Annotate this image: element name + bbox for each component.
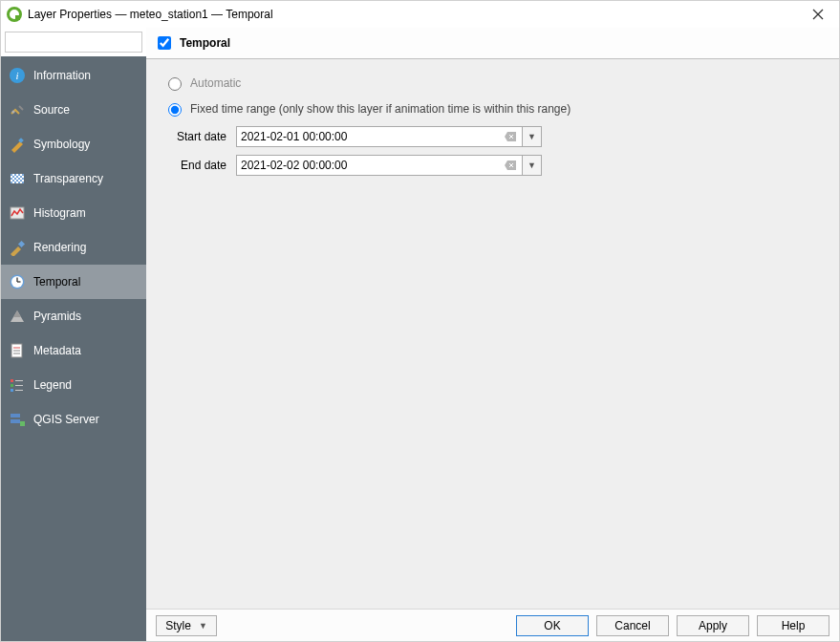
- metadata-icon: [9, 342, 26, 359]
- end-date-input[interactable]: [241, 159, 503, 172]
- titlebar: Layer Properties — meteo_station1 — Temp…: [1, 1, 839, 28]
- svg-rect-28: [11, 389, 13, 392]
- sidebar-item-qgisserver[interactable]: QGIS Server: [1, 402, 146, 437]
- start-date-input[interactable]: [241, 130, 503, 143]
- start-date-clear-button[interactable]: [503, 132, 518, 141]
- sidebar-search[interactable]: [5, 32, 142, 53]
- sidebar-item-information[interactable]: i Information: [1, 58, 146, 93]
- help-button-label: Help: [782, 619, 806, 632]
- window-title: Layer Properties — meteo_station1 — Temp…: [28, 8, 803, 21]
- mode-fixed-row[interactable]: Fixed time range (only show this layer i…: [163, 100, 822, 117]
- svg-marker-21: [13, 310, 21, 317]
- close-button[interactable]: [803, 3, 833, 26]
- sidebar-item-label: Pyramids: [33, 310, 81, 323]
- svg-rect-34: [20, 421, 25, 426]
- layer-properties-window: Layer Properties — meteo_station1 — Temp…: [0, 0, 840, 642]
- panel-header: Temporal: [146, 28, 839, 59]
- mode-automatic-row[interactable]: Automatic: [163, 75, 822, 91]
- end-date-input-wrap: [236, 155, 523, 176]
- symbology-icon: [9, 136, 26, 153]
- start-date-field: ▼: [236, 126, 542, 147]
- style-button-label: Style: [165, 619, 191, 632]
- sidebar-item-label: Metadata: [33, 344, 81, 357]
- mode-fixed-radio[interactable]: [168, 103, 182, 117]
- end-date-clear-button[interactable]: [503, 160, 518, 170]
- cancel-button-label: Cancel: [614, 619, 650, 632]
- sidebar-item-label: Rendering: [33, 241, 86, 254]
- main-panel: Temporal Automatic Fixed time range (onl…: [146, 28, 839, 641]
- svg-rect-32: [11, 414, 20, 417]
- mode-fixed-label: Fixed time range (only show this layer i…: [190, 102, 571, 116]
- ok-button[interactable]: OK: [516, 615, 589, 636]
- dialog-footer: Style ▼ OK Cancel Apply Help: [146, 609, 839, 641]
- end-date-label: End date: [165, 159, 230, 172]
- clear-icon: [505, 132, 516, 141]
- sidebar-item-label: Information: [33, 69, 91, 82]
- source-icon: [9, 101, 26, 118]
- sidebar-item-temporal[interactable]: Temporal: [1, 265, 146, 299]
- sidebar-item-label: Temporal: [33, 275, 80, 289]
- apply-button[interactable]: Apply: [677, 615, 749, 636]
- transparency-icon: [9, 170, 26, 187]
- sidebar-item-label: Histogram: [33, 206, 86, 220]
- sidebar-item-label: Symbology: [33, 138, 90, 151]
- sidebar-item-pyramids[interactable]: Pyramids: [1, 299, 146, 333]
- svg-rect-26: [11, 379, 13, 382]
- apply-button-label: Apply: [699, 619, 727, 632]
- svg-rect-15: [18, 241, 25, 247]
- ok-button-label: OK: [544, 619, 560, 632]
- help-button[interactable]: Help: [757, 615, 829, 636]
- end-date-dropdown-button[interactable]: ▼: [523, 155, 542, 176]
- end-date-field: ▼: [236, 155, 542, 176]
- histogram-icon: [9, 204, 26, 222]
- start-date-dropdown-button[interactable]: ▼: [523, 126, 542, 147]
- temporal-icon: [9, 273, 26, 290]
- start-date-label: Start date: [165, 130, 230, 143]
- svg-rect-33: [11, 419, 20, 423]
- qgis-icon: [7, 7, 22, 22]
- mode-automatic-label: Automatic: [190, 76, 241, 90]
- sidebar-item-legend[interactable]: Legend: [1, 368, 146, 402]
- style-menu-button[interactable]: Style ▼: [156, 615, 217, 636]
- sidebar-item-transparency[interactable]: Transparency: [1, 161, 146, 196]
- sidebar-item-source[interactable]: Source: [1, 93, 146, 127]
- sidebar-item-rendering[interactable]: Rendering: [1, 230, 146, 265]
- panel-heading: Temporal: [180, 36, 230, 50]
- svg-rect-11: [11, 174, 24, 183]
- start-date-input-wrap: [236, 126, 523, 147]
- close-icon: [812, 9, 824, 20]
- sidebar-item-label: QGIS Server: [33, 413, 99, 426]
- temporal-enable-checkbox[interactable]: [158, 36, 171, 50]
- legend-icon: [9, 376, 26, 394]
- chevron-down-icon: ▼: [199, 621, 207, 631]
- chevron-down-icon: ▼: [528, 132, 536, 141]
- sidebar-item-label: Legend: [33, 378, 72, 392]
- rendering-icon: [9, 239, 26, 256]
- panel-body: Automatic Fixed time range (only show th…: [146, 59, 839, 609]
- sidebar-item-label: Transparency: [33, 172, 103, 185]
- window-body: i Information Source Symbology Transpare…: [1, 28, 839, 641]
- sidebar-search-input[interactable]: [10, 34, 157, 50]
- sidebar-item-symbology[interactable]: Symbology: [1, 127, 146, 161]
- chevron-down-icon: ▼: [528, 160, 536, 170]
- sidebar-column: i Information Source Symbology Transpare…: [1, 28, 146, 641]
- sidebar-item-metadata[interactable]: Metadata: [1, 333, 146, 368]
- date-form: Start date ▼ End date: [165, 126, 822, 176]
- sidebar-item-histogram[interactable]: Histogram: [1, 196, 146, 230]
- sidebar-item-label: Source: [33, 103, 70, 117]
- information-icon: i: [9, 67, 26, 84]
- clear-icon: [505, 160, 516, 170]
- svg-point-8: [12, 111, 15, 114]
- server-icon: [9, 411, 26, 428]
- svg-rect-27: [11, 384, 13, 387]
- svg-text:i: i: [15, 70, 18, 81]
- pyramids-icon: [9, 308, 26, 325]
- mode-automatic-radio[interactable]: [168, 77, 182, 91]
- svg-rect-1: [15, 15, 20, 20]
- sidebar-list: i Information Source Symbology Transpare…: [1, 56, 146, 641]
- cancel-button[interactable]: Cancel: [596, 615, 669, 636]
